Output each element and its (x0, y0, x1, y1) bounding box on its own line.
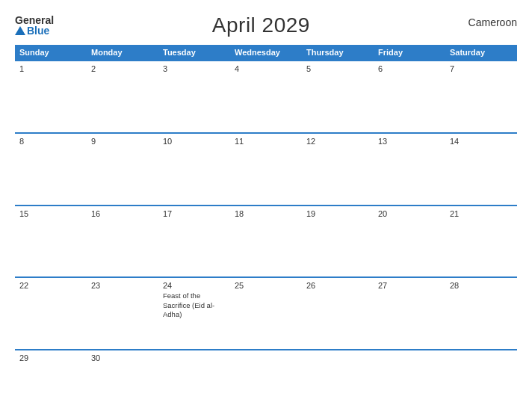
calendar-cell: 14 (445, 133, 517, 206)
calendar-cell: 24Feast of the Sacrifice (Eid al-Adha) (158, 277, 230, 350)
calendar-cell: 4 (230, 61, 302, 133)
calendar-cell: 2 (87, 61, 158, 133)
calendar-cell: 16 (87, 206, 158, 278)
country-label: Cameroon (468, 16, 517, 28)
day-number: 20 (378, 209, 441, 218)
calendar-cell: 29 (15, 350, 87, 402)
header-monday: Monday (87, 45, 158, 61)
day-number: 5 (306, 64, 369, 73)
day-number: 27 (378, 281, 441, 290)
day-number: 19 (306, 209, 369, 218)
day-number: 9 (91, 137, 154, 146)
week-row: 891011121314 (15, 133, 517, 206)
calendar-cell: 10 (158, 133, 230, 206)
week-row: 1234567 (15, 61, 517, 133)
calendar-cell: 5 (302, 61, 374, 133)
calendar-cell: 11 (230, 133, 302, 206)
logo: General Blue (15, 15, 54, 36)
header-thursday: Thursday (302, 45, 374, 61)
calendar-cell (445, 350, 517, 402)
calendar-cell: 28 (445, 277, 517, 350)
logo-general-text: General (15, 15, 54, 25)
calendar-cell: 8 (15, 133, 87, 206)
calendar-cell: 7 (445, 61, 517, 133)
calendar-cell (302, 350, 374, 402)
week-row: 2930 (15, 350, 517, 402)
header-tuesday: Tuesday (158, 45, 230, 61)
header-friday: Friday (374, 45, 445, 61)
day-number: 10 (163, 137, 226, 146)
day-number: 13 (378, 137, 441, 146)
calendar-cell: 3 (158, 61, 230, 133)
calendar-cell (158, 350, 230, 402)
day-number: 21 (450, 209, 513, 218)
calendar-cell: 25 (230, 277, 302, 350)
week-row: 222324Feast of the Sacrifice (Eid al-Adh… (15, 277, 517, 350)
day-number: 8 (19, 137, 82, 146)
day-number: 24 (163, 281, 226, 290)
day-number: 26 (306, 281, 369, 290)
calendar-cell: 22 (15, 277, 87, 350)
calendar-cell: 23 (87, 277, 158, 350)
calendar-table: Sunday Monday Tuesday Wednesday Thursday… (15, 45, 517, 402)
day-number: 6 (378, 64, 441, 73)
day-number: 3 (163, 64, 226, 73)
day-number: 23 (91, 281, 154, 290)
calendar-cell: 19 (302, 206, 374, 278)
calendar-cell: 20 (374, 206, 445, 278)
day-number: 14 (450, 137, 513, 146)
day-number: 15 (19, 209, 82, 218)
day-number: 11 (235, 137, 297, 146)
day-number: 1 (19, 64, 82, 73)
calendar-cell: 26 (302, 277, 374, 350)
calendar-cell: 30 (87, 350, 158, 402)
calendar-cell: 6 (374, 61, 445, 133)
header-saturday: Saturday (445, 45, 517, 61)
calendar-cell (230, 350, 302, 402)
calendar-cell: 21 (445, 206, 517, 278)
day-number: 16 (91, 209, 154, 218)
header-sunday: Sunday (15, 45, 87, 61)
calendar-cell: 17 (158, 206, 230, 278)
calendar-cell: 12 (302, 133, 374, 206)
day-number: 28 (450, 281, 513, 290)
header: General Blue April 2029 Cameroon (15, 13, 517, 37)
logo-blue-text: Blue (15, 25, 49, 36)
day-number: 4 (235, 64, 297, 73)
day-number: 22 (19, 281, 82, 290)
day-number: 29 (19, 353, 82, 362)
calendar-title: April 2029 (212, 13, 310, 37)
day-number: 18 (235, 209, 297, 218)
logo-triangle-icon (15, 26, 25, 35)
calendar-cell: 18 (230, 206, 302, 278)
day-number: 2 (91, 64, 154, 73)
calendar-cell: 15 (15, 206, 87, 278)
calendar-cell: 13 (374, 133, 445, 206)
day-number: 17 (163, 209, 226, 218)
header-wednesday: Wednesday (230, 45, 302, 61)
calendar-cell: 27 (374, 277, 445, 350)
week-row: 15161718192021 (15, 206, 517, 278)
calendar-cell (374, 350, 445, 402)
day-number: 12 (306, 137, 369, 146)
event-label: Feast of the Sacrifice (Eid al-Adha) (163, 291, 226, 319)
day-number: 25 (235, 281, 297, 290)
day-number: 7 (450, 64, 513, 73)
calendar-cell: 1 (15, 61, 87, 133)
day-header-row: Sunday Monday Tuesday Wednesday Thursday… (15, 45, 517, 61)
calendar-page: General Blue April 2029 Cameroon Sunday … (0, 0, 532, 411)
day-number: 30 (91, 353, 154, 362)
calendar-cell: 9 (87, 133, 158, 206)
